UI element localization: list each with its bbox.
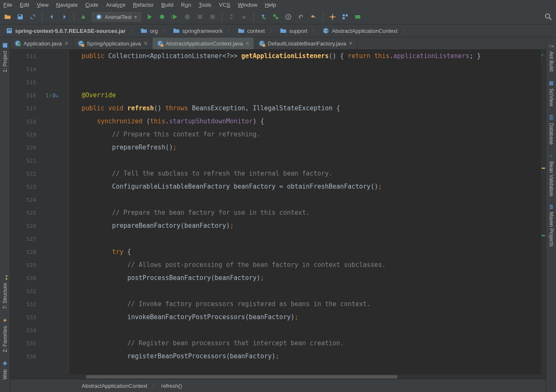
back-icon[interactable]	[48, 13, 56, 21]
svg-text:C: C	[325, 29, 327, 33]
menu-refactor[interactable]: Refactor	[133, 2, 154, 8]
profile-icon[interactable]	[183, 13, 192, 21]
change-marker[interactable]	[542, 235, 545, 236]
crumb-context[interactable]: context	[234, 26, 268, 35]
menu-help[interactable]: Help	[265, 2, 276, 8]
open-icon[interactable]	[3, 13, 12, 21]
debug-icon[interactable]	[158, 13, 166, 21]
warning-marker[interactable]	[542, 168, 545, 169]
tab-default-listable-bean-factory[interactable]: C DefaultListableBeanFactory.java ✕	[254, 37, 357, 49]
error-stripe[interactable]: ✓	[541, 50, 546, 374]
tool-project[interactable]: 1: Project	[2, 43, 8, 72]
svg-rect-28	[82, 44, 84, 47]
close-icon[interactable]: ✕	[64, 40, 69, 46]
menu-file[interactable]: File	[3, 2, 12, 8]
override-icon[interactable]: O↓	[53, 93, 59, 99]
menu-build[interactable]: Build	[161, 2, 173, 8]
menu-window[interactable]: Window	[238, 2, 257, 8]
implements-icon[interactable]: I↑	[46, 93, 52, 99]
commit-icon[interactable]	[240, 13, 248, 21]
tool-structure[interactable]: 7: Structure	[2, 275, 8, 309]
scrollbar-thumb[interactable]	[86, 375, 397, 379]
vcs-update-icon[interactable]	[259, 13, 267, 21]
footer-crumb-method[interactable]: refresh()	[161, 383, 182, 389]
close-icon[interactable]: ✕	[348, 40, 353, 46]
close-icon[interactable]: ✕	[144, 40, 148, 46]
coverage-icon[interactable]	[170, 13, 179, 21]
breadcrumb-footer: AbstractApplicationContext 〉 refresh()	[10, 379, 546, 392]
crumb-jar[interactable]: spring-context-5.0.7.RELEASE-sources.jar	[3, 26, 129, 35]
crumb-class[interactable]: C AbstractApplicationContext	[319, 26, 401, 35]
tab-label: SpringApplication.java	[87, 40, 141, 47]
forward-icon[interactable]	[60, 13, 69, 21]
line-number: 519	[10, 128, 36, 141]
menu-vcs[interactable]: VCS	[219, 2, 230, 8]
run-icon[interactable]	[145, 13, 154, 21]
attach-icon[interactable]	[196, 13, 204, 21]
jar-icon	[6, 27, 13, 34]
tool-web[interactable]: Web ◉	[2, 361, 8, 379]
crumb-springframework[interactable]: springframework	[170, 26, 226, 35]
svg-rect-21	[5, 278, 7, 280]
svg-rect-11	[343, 14, 345, 16]
vcs-revert-icon[interactable]	[297, 13, 305, 21]
menu-tools[interactable]: Tools	[199, 2, 211, 8]
update-icon[interactable]	[227, 13, 236, 21]
menu-code[interactable]: Code	[85, 2, 98, 8]
line-number: 527	[10, 232, 36, 245]
tool-bean-validation[interactable]: ✓ Bean Validation	[548, 153, 554, 196]
tab-abstract-application-context[interactable]: C AbstractApplicationContext.java ✕	[152, 37, 255, 49]
bean-icon: ✓	[548, 153, 554, 159]
close-icon[interactable]: ✕	[245, 40, 250, 46]
menu-run[interactable]: Run	[181, 2, 191, 8]
menu-edit[interactable]: Edit	[20, 2, 29, 8]
run-config-selector[interactable]: AnimalTest ▾	[92, 12, 141, 21]
tool-sciview[interactable]: ▦ SciView	[548, 80, 554, 106]
search-icon[interactable]	[544, 13, 553, 21]
code-content[interactable]: public Collection<ApplicationListener<?>…	[69, 50, 541, 374]
vcs-history-icon[interactable]	[284, 13, 293, 21]
folder-icon	[238, 27, 245, 34]
crumb-support[interactable]: support	[277, 26, 311, 35]
line-number: 535	[10, 337, 36, 350]
svg-rect-17	[8, 29, 11, 30]
fold-gutter[interactable]	[61, 50, 69, 374]
tool-maven[interactable]: m Maven Projects	[548, 205, 554, 246]
svg-point-6	[264, 18, 266, 19]
svg-rect-12	[346, 14, 348, 16]
tab-application[interactable]: C Application.java ✕	[10, 37, 73, 49]
tool-ant-build[interactable]: 🐜 Ant Build	[548, 43, 554, 72]
line-number: 518	[10, 115, 36, 128]
menu-navigate[interactable]: Navigate	[56, 2, 77, 8]
svg-rect-5	[210, 15, 215, 19]
save-all-icon[interactable]	[16, 13, 24, 21]
left-tool-bar: 1: Project 7: Structure 2: Favorites ★ W…	[0, 37, 10, 392]
footer-crumb-class[interactable]: AbstractApplicationContext	[82, 383, 147, 389]
undo-icon[interactable]	[309, 13, 318, 21]
gutter-icons: I↑ O↓	[44, 50, 61, 374]
crumb-org[interactable]: org	[137, 26, 161, 35]
vcs-commit-icon[interactable]	[271, 13, 280, 21]
line-number: 516	[10, 89, 36, 102]
build-icon[interactable]	[79, 13, 88, 21]
svg-rect-14	[355, 15, 360, 19]
tool-database[interactable]: 🗄 Database	[548, 115, 554, 144]
code-editor[interactable]: 5115145155165175185195205215225235245255…	[10, 50, 546, 374]
stop-icon[interactable]	[208, 13, 217, 21]
menu-analyze[interactable]: Analyze	[106, 2, 125, 8]
line-number: 517	[10, 102, 36, 115]
svg-point-25	[18, 44, 21, 46]
line-number: 521	[10, 154, 36, 167]
sync-icon[interactable]	[29, 13, 37, 21]
toolbar: AnimalTest ▾	[0, 10, 556, 24]
crumb-label: org	[150, 28, 158, 34]
settings-icon[interactable]	[328, 13, 337, 21]
menu-view[interactable]: View	[37, 2, 48, 8]
horizontal-scrollbar[interactable]	[10, 374, 546, 379]
line-number: 515	[10, 76, 36, 89]
tool-favorites[interactable]: 2: Favorites ★	[2, 317, 8, 352]
crumb-label: context	[247, 28, 265, 34]
sdk-icon[interactable]	[354, 13, 362, 21]
project-structure-icon[interactable]	[341, 13, 349, 21]
tab-spring-application[interactable]: C SpringApplication.java ✕	[73, 37, 152, 49]
